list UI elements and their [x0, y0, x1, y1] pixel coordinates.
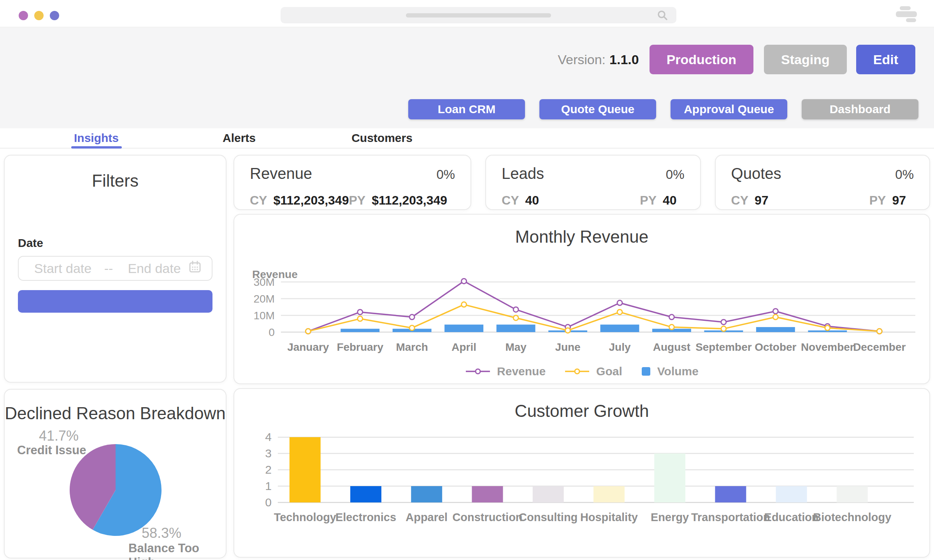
- customer-growth-card: Customer Growth 01234TechnologyElectroni…: [234, 388, 930, 558]
- app-nav: Loan CRM Quote Queue Approval Queue Dash…: [408, 99, 918, 119]
- legend-item-revenue[interactable]: Revenue: [465, 365, 546, 378]
- svg-text:March: March: [396, 341, 428, 353]
- monthly-revenue-card: Monthly Revenue Revenue 010M20M30MJanuar…: [234, 214, 930, 384]
- svg-text:Hospitality: Hospitality: [580, 511, 638, 523]
- kpi-card-quotes: Quotes 0% CY 97 PY 97: [715, 155, 930, 210]
- version-value: 1.1.0: [609, 52, 639, 67]
- version-row: Version: 1.1.0 Production Staging Edit: [558, 45, 915, 74]
- kpi-revenue-cy-value: $112,203,349: [273, 193, 349, 208]
- tab-alerts-label: Alerts: [223, 131, 256, 145]
- svg-text:January: January: [287, 341, 329, 353]
- svg-text:0: 0: [269, 326, 275, 338]
- edit-button[interactable]: Edit: [856, 45, 915, 74]
- app-header: Version: 1.1.0 Production Staging Edit L…: [0, 27, 934, 128]
- kpi-revenue-py-label: PY: [349, 193, 365, 208]
- address-search-input[interactable]: [281, 7, 676, 23]
- svg-text:1: 1: [265, 480, 272, 492]
- start-date-placeholder[interactable]: Start date: [29, 261, 97, 276]
- svg-text:October: October: [755, 341, 796, 353]
- legend-label-goal: Goal: [596, 365, 622, 378]
- production-button[interactable]: Production: [650, 45, 753, 74]
- svg-text:0: 0: [265, 496, 272, 509]
- svg-text:December: December: [853, 341, 906, 353]
- kpi-quotes-cy-label: CY: [731, 193, 748, 208]
- kpi-card-revenue: Revenue 0% CY $112,203,349 PY $112,203,3…: [234, 155, 471, 210]
- kpi-leads-py-value: 40: [663, 193, 677, 208]
- nav-dashboard-button[interactable]: Dashboard: [802, 99, 918, 119]
- address-placeholder-bar: [406, 13, 551, 18]
- svg-text:Apparel: Apparel: [406, 511, 448, 523]
- svg-text:Transportation: Transportation: [691, 511, 770, 523]
- nav-loan-crm-button[interactable]: Loan CRM: [408, 99, 525, 119]
- browser-menu-icon[interactable]: [896, 6, 920, 22]
- window-close-button[interactable]: [19, 11, 28, 20]
- svg-text:30M: 30M: [253, 277, 274, 288]
- window-minimize-button[interactable]: [34, 11, 44, 20]
- nav-quote-queue-button[interactable]: Quote Queue: [539, 99, 656, 119]
- svg-text:April: April: [451, 341, 476, 353]
- svg-text:July: July: [609, 341, 631, 353]
- declined-reason-card: Declined Reason Breakdown 41.7% Credit I…: [4, 389, 226, 558]
- declined-reason-pie-chart: [5, 390, 227, 558]
- nav-approval-queue-button[interactable]: Approval Queue: [671, 99, 787, 119]
- svg-text:Construction: Construction: [452, 511, 522, 523]
- svg-text:10M: 10M: [253, 310, 274, 322]
- calendar-icon[interactable]: [188, 260, 202, 276]
- window-controls: [19, 11, 59, 20]
- tab-customers-label: Customers: [351, 131, 413, 145]
- credit-issue-name-label: Credit Issue: [17, 443, 86, 457]
- kpi-leads-cy-value: 40: [525, 193, 539, 208]
- tab-customers[interactable]: Customers: [311, 128, 453, 148]
- monthly-revenue-title: Monthly Revenue: [234, 227, 929, 247]
- svg-text:Education: Education: [764, 511, 819, 523]
- kpi-quotes-py-value: 97: [892, 193, 906, 208]
- credit-issue-pct-label: 41.7%: [39, 428, 79, 444]
- legend-item-goal[interactable]: Goal: [564, 365, 622, 378]
- filters-card: Filters Date Start date -- End date: [4, 155, 226, 383]
- kpi-quotes-title: Quotes: [731, 165, 781, 182]
- right-column: Revenue 0% CY $112,203,349 PY $112,203,3…: [234, 155, 930, 558]
- legend-label-volume: Volume: [657, 365, 699, 378]
- svg-text:November: November: [801, 341, 854, 353]
- svg-text:June: June: [555, 341, 580, 353]
- svg-text:Electronics: Electronics: [335, 511, 396, 523]
- tab-insights[interactable]: Insights: [25, 128, 168, 148]
- svg-text:September: September: [695, 341, 752, 353]
- tab-insights-label: Insights: [74, 131, 119, 145]
- balance-too-high-name-label: Balance Too High: [128, 541, 226, 560]
- date-filter-label: Date: [18, 236, 212, 250]
- search-icon[interactable]: [657, 10, 668, 22]
- svg-text:20M: 20M: [253, 293, 274, 305]
- monthly-revenue-legend: RevenueGoalVolume: [234, 365, 929, 378]
- version-label: Version:: [558, 52, 606, 67]
- svg-text:Biotechnology: Biotechnology: [813, 511, 891, 523]
- active-tab-underline: [71, 146, 122, 149]
- customer-growth-chart: 01234TechnologyElectronicsApparelConstru…: [234, 426, 929, 543]
- customer-growth-title: Customer Growth: [234, 401, 929, 421]
- kpi-revenue-py-value: $112,203,349: [372, 193, 447, 208]
- window-zoom-button[interactable]: [50, 11, 59, 20]
- filters-title: Filters: [18, 171, 212, 191]
- svg-text:Energy: Energy: [651, 511, 689, 523]
- kpi-leads-cy-label: CY: [502, 193, 519, 208]
- svg-text:August: August: [653, 341, 690, 353]
- staging-button[interactable]: Staging: [764, 45, 847, 74]
- end-date-placeholder[interactable]: End date: [120, 261, 188, 276]
- volume-legend-marker-icon: [641, 366, 651, 376]
- left-column: Filters Date Start date -- End date: [4, 155, 226, 558]
- kpi-quotes-pct: 0%: [895, 167, 914, 182]
- tab-alerts[interactable]: Alerts: [168, 128, 311, 148]
- svg-text:2: 2: [265, 463, 272, 476]
- revenue-legend-marker-icon: [465, 366, 491, 376]
- date-range-input[interactable]: Start date -- End date: [18, 256, 212, 281]
- kpi-quotes-py-label: PY: [869, 193, 886, 208]
- kpi-leads-py-label: PY: [640, 193, 657, 208]
- dashboard-content: Filters Date Start date -- End date: [0, 149, 934, 558]
- apply-filter-button[interactable]: [18, 290, 212, 313]
- svg-text:Technology: Technology: [274, 511, 336, 523]
- legend-item-volume[interactable]: Volume: [641, 365, 699, 378]
- svg-text:3: 3: [265, 447, 272, 460]
- svg-text:4: 4: [265, 430, 272, 443]
- tab-bar: Insights Alerts Customers: [0, 128, 934, 149]
- kpi-revenue-pct: 0%: [436, 167, 455, 182]
